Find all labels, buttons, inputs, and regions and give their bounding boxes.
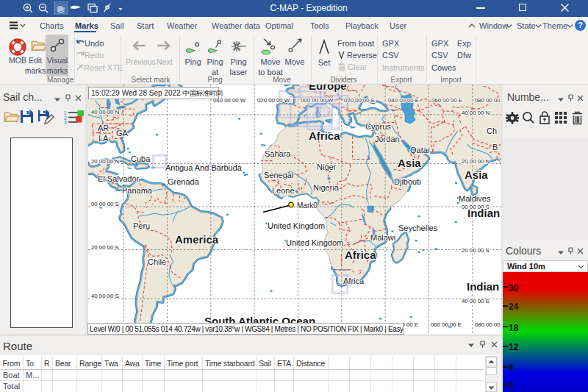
svg-text:3: 3 [64, 120, 67, 124]
